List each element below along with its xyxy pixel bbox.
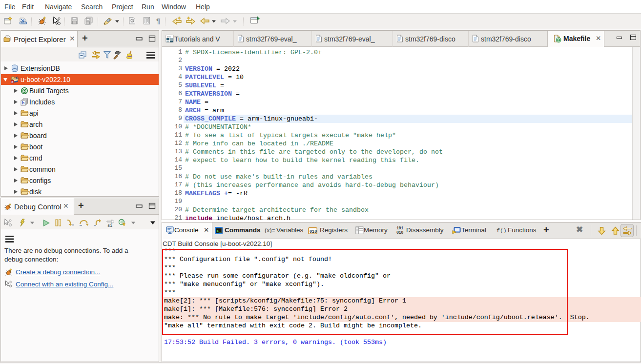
svg-text:h: h bbox=[22, 101, 24, 105]
svg-text:>_: >_ bbox=[217, 229, 222, 233]
svg-text:arm: arm bbox=[167, 36, 171, 38]
svg-text:si: si bbox=[107, 223, 112, 227]
svg-text:C: C bbox=[16, 76, 19, 80]
svg-text:010: 010 bbox=[310, 229, 317, 234]
